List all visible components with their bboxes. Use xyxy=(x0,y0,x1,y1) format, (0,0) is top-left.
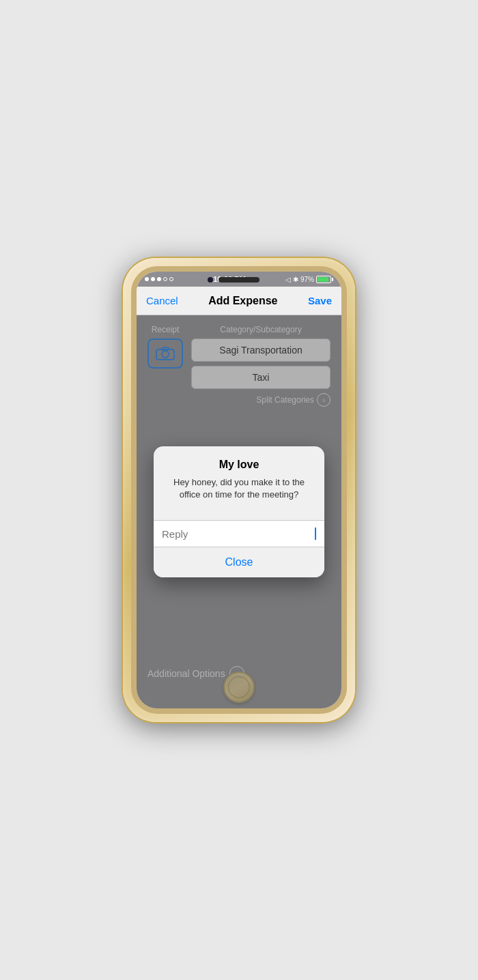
signal-dot-2 xyxy=(151,277,155,281)
battery-body xyxy=(316,276,331,283)
dialog-content: My love Hey honey, did you make it to th… xyxy=(154,446,324,520)
signal-dot-5 xyxy=(169,277,173,281)
dialog-message: Hey honey, did you make it to the office… xyxy=(167,476,311,501)
signal-dot-4 xyxy=(163,277,167,281)
battery-icon xyxy=(316,276,333,283)
dialog: My love Hey honey, did you make it to th… xyxy=(154,446,324,577)
cancel-button[interactable]: Cancel xyxy=(146,295,178,306)
signal-dot-3 xyxy=(157,277,161,281)
reply-input[interactable] xyxy=(162,528,314,540)
nav-bar: Cancel Add Expense Save xyxy=(137,287,341,315)
phone-device: 10:30 PM ◁ ✱ 97% Cancel Add Expense xyxy=(123,258,355,722)
screen: 10:30 PM ◁ ✱ 97% Cancel Add Expense xyxy=(137,272,341,708)
dialog-overlay: My love Hey honey, did you make it to th… xyxy=(137,315,341,708)
save-button[interactable]: Save xyxy=(308,295,332,306)
battery-tip xyxy=(332,278,333,281)
text-cursor xyxy=(315,528,316,540)
phone-inner: 10:30 PM ◁ ✱ 97% Cancel Add Expense xyxy=(131,266,347,714)
dialog-title: My love xyxy=(167,459,311,471)
front-camera xyxy=(208,277,213,283)
speaker xyxy=(219,277,259,283)
signal-area xyxy=(145,277,173,281)
page-title: Add Expense xyxy=(208,295,277,307)
close-button[interactable]: Close xyxy=(154,547,324,577)
dialog-input-row[interactable] xyxy=(154,520,324,547)
battery-percent: 97% xyxy=(300,276,314,283)
signal-dot-1 xyxy=(145,277,149,281)
app-content: Receipt Category/Subcategory Sagi Transp… xyxy=(137,315,341,708)
status-right: ◁ ✱ 97% xyxy=(285,276,333,283)
bluetooth-icon: ✱ xyxy=(293,276,298,283)
location-icon: ◁ xyxy=(285,276,291,283)
battery-fill xyxy=(318,277,328,282)
